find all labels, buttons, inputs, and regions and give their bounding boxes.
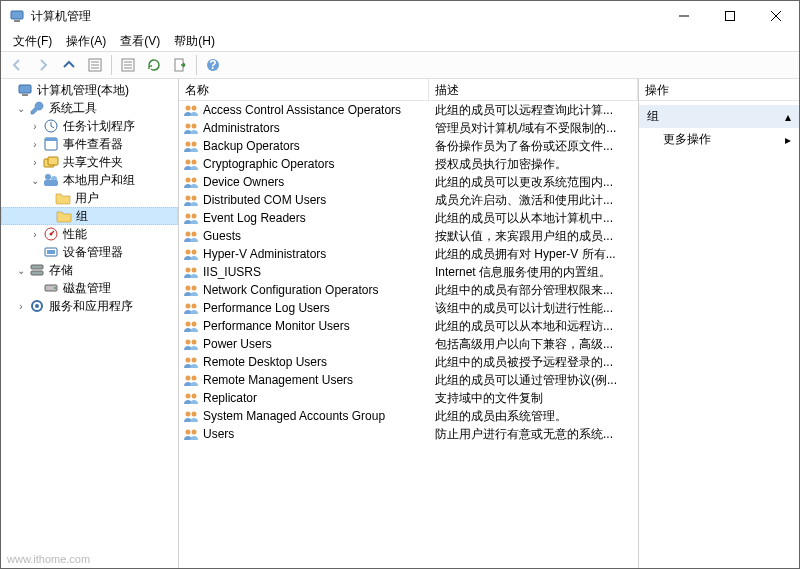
group-name: Access Control Assistance Operators — [203, 103, 435, 117]
actions-more[interactable]: 更多操作 ▸ — [639, 128, 799, 151]
tree-disk-mgmt[interactable]: 磁盘管理 — [1, 279, 178, 297]
expander-icon[interactable]: › — [29, 120, 41, 132]
list-row[interactable]: Power Users包括高级用户以向下兼容，高级... — [179, 335, 638, 353]
group-icon — [183, 156, 199, 172]
list-row[interactable]: Backup Operators备份操作员为了备份或还原文件... — [179, 137, 638, 155]
group-desc: 支持域中的文件复制 — [435, 390, 638, 407]
group-name: Guests — [203, 229, 435, 243]
group-desc: 此组的成员由系统管理。 — [435, 408, 638, 425]
expander-icon[interactable]: › — [29, 156, 41, 168]
group-desc: 成员允许启动、激活和使用此计... — [435, 192, 638, 209]
back-button[interactable] — [5, 53, 29, 77]
watermark: www.ithome.com — [7, 553, 90, 565]
actions-pane: 操作 组 ▴ 更多操作 ▸ — [639, 79, 799, 568]
list-row[interactable]: Remote Management Users此组的成员可以通过管理协议(例..… — [179, 371, 638, 389]
list-row[interactable]: System Managed Accounts Group此组的成员由系统管理。 — [179, 407, 638, 425]
list-row[interactable]: Event Log Readers此组的成员可以从本地计算机中... — [179, 209, 638, 227]
tree-task-scheduler[interactable]: ›任务计划程序 — [1, 117, 178, 135]
group-desc: 此组的成员拥有对 Hyper-V 所有... — [435, 246, 638, 263]
up-button[interactable] — [57, 53, 81, 77]
list-row[interactable]: Administrators管理员对计算机/域有不受限制的... — [179, 119, 638, 137]
tree-device-manager[interactable]: 设备管理器 — [1, 243, 178, 261]
group-icon — [183, 318, 199, 334]
column-header-desc[interactable]: 描述 — [429, 79, 638, 100]
computer-management-window: 计算机管理 文件(F) 操作(A) 查看(V) 帮助(H) 计算机管理(本地) … — [0, 0, 800, 569]
tree-root[interactable]: 计算机管理(本地) — [1, 81, 178, 99]
expander-icon[interactable]: ⌄ — [15, 102, 27, 114]
expander-icon[interactable]: ⌄ — [29, 174, 41, 186]
tree-local-users-groups[interactable]: ⌄本地用户和组 — [1, 171, 178, 189]
group-icon — [183, 210, 199, 226]
group-icon — [183, 408, 199, 424]
expander-icon[interactable]: › — [15, 300, 27, 312]
maximize-button[interactable] — [707, 1, 753, 31]
tree-groups[interactable]: 组 — [1, 207, 178, 225]
group-desc: 按默认值，来宾跟用户组的成员... — [435, 228, 638, 245]
list-row[interactable]: Hyper-V Administrators此组的成员拥有对 Hyper-V 所… — [179, 245, 638, 263]
group-icon — [183, 228, 199, 244]
svg-rect-30 — [726, 12, 735, 21]
tree-system-tools[interactable]: ⌄系统工具 — [1, 99, 178, 117]
tree-performance[interactable]: ›性能 — [1, 225, 178, 243]
column-header-name[interactable]: 名称 — [179, 79, 429, 100]
menu-view[interactable]: 查看(V) — [114, 31, 166, 52]
group-name: Performance Monitor Users — [203, 319, 435, 333]
list-row[interactable]: Network Configuration Operators此组中的成员有部分… — [179, 281, 638, 299]
export-list-button[interactable] — [168, 53, 192, 77]
menubar: 文件(F) 操作(A) 查看(V) 帮助(H) — [1, 31, 799, 51]
list-pane[interactable]: 名称 描述 Access Control Assistance Operator… — [179, 79, 639, 568]
group-icon — [183, 138, 199, 154]
list-row[interactable]: Distributed COM Users成员允许启动、激活和使用此计... — [179, 191, 638, 209]
group-name: Performance Log Users — [203, 301, 435, 315]
refresh-button[interactable] — [142, 53, 166, 77]
group-desc: 授权成员执行加密操作。 — [435, 156, 638, 173]
expander-icon[interactable]: › — [29, 228, 41, 240]
toolbar-separator — [196, 55, 197, 75]
group-desc: 该组中的成员可以计划进行性能... — [435, 300, 638, 317]
group-name: Network Configuration Operators — [203, 283, 435, 297]
group-name: Replicator — [203, 391, 435, 405]
group-desc: 此组的成员可以远程查询此计算... — [435, 102, 638, 119]
group-desc: 此组中的成员被授予远程登录的... — [435, 354, 638, 371]
group-name: Users — [203, 427, 435, 441]
tree-services-apps[interactable]: ›服务和应用程序 — [1, 297, 178, 315]
group-desc: 此组中的成员有部分管理权限来... — [435, 282, 638, 299]
list-row[interactable]: Cryptographic Operators授权成员执行加密操作。 — [179, 155, 638, 173]
list-row[interactable]: Replicator支持域中的文件复制 — [179, 389, 638, 407]
actions-group-title[interactable]: 组 ▴ — [639, 105, 799, 128]
group-icon — [183, 120, 199, 136]
close-button[interactable] — [753, 1, 799, 31]
menu-action[interactable]: 操作(A) — [60, 31, 112, 52]
app-icon — [9, 8, 25, 24]
group-desc: Internet 信息服务使用的内置组。 — [435, 264, 638, 281]
help-button[interactable] — [201, 53, 225, 77]
list-row[interactable]: Performance Monitor Users此组的成员可以从本地和远程访.… — [179, 317, 638, 335]
menu-file[interactable]: 文件(F) — [7, 31, 58, 52]
group-name: Hyper-V Administrators — [203, 247, 435, 261]
group-name: IIS_IUSRS — [203, 265, 435, 279]
expander-icon[interactable] — [3, 84, 15, 96]
expander-icon[interactable]: › — [29, 138, 41, 150]
forward-button[interactable] — [31, 53, 55, 77]
menu-help[interactable]: 帮助(H) — [168, 31, 221, 52]
list-row[interactable]: Device Owners此组的成员可以更改系统范围内... — [179, 173, 638, 191]
list-row[interactable]: Users防止用户进行有意或无意的系统... — [179, 425, 638, 443]
tree-shared-folders[interactable]: ›共享文件夹 — [1, 153, 178, 171]
list-row[interactable]: Guests按默认值，来宾跟用户组的成员... — [179, 227, 638, 245]
group-name: Backup Operators — [203, 139, 435, 153]
show-hide-tree-button[interactable] — [83, 53, 107, 77]
list-row[interactable]: IIS_IUSRSInternet 信息服务使用的内置组。 — [179, 263, 638, 281]
tree-storage[interactable]: ⌄存储 — [1, 261, 178, 279]
minimize-button[interactable] — [661, 1, 707, 31]
group-desc: 此组的成员可以通过管理协议(例... — [435, 372, 638, 389]
tree-users[interactable]: 用户 — [1, 189, 178, 207]
list-body[interactable]: Access Control Assistance Operators此组的成员… — [179, 101, 638, 568]
list-row[interactable]: Remote Desktop Users此组中的成员被授予远程登录的... — [179, 353, 638, 371]
expander-icon[interactable]: ⌄ — [15, 264, 27, 276]
list-row[interactable]: Access Control Assistance Operators此组的成员… — [179, 101, 638, 119]
list-row[interactable]: Performance Log Users该组中的成员可以计划进行性能... — [179, 299, 638, 317]
properties-button[interactable] — [116, 53, 140, 77]
group-name: Cryptographic Operators — [203, 157, 435, 171]
tree-event-viewer[interactable]: ›事件查看器 — [1, 135, 178, 153]
tree-pane[interactable]: 计算机管理(本地) ⌄系统工具 ›任务计划程序 ›事件查看器 ›共享文件夹 ⌄本… — [1, 79, 179, 568]
